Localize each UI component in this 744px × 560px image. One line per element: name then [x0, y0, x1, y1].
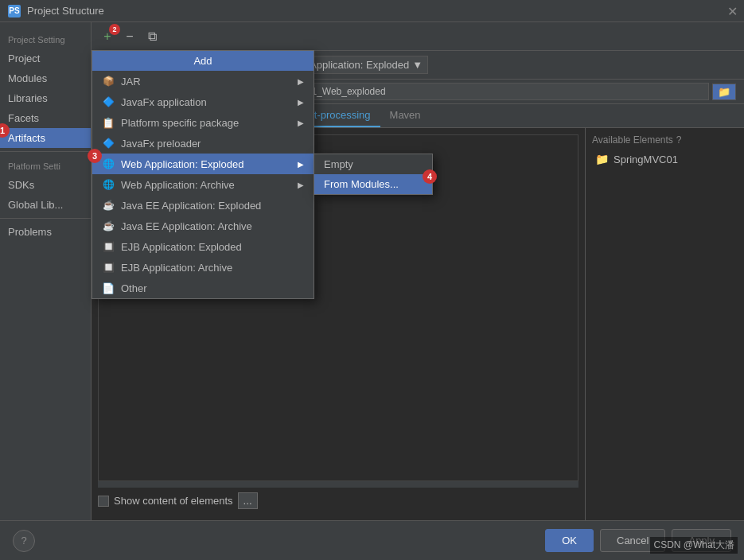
watermark: CSDN @What大潘 [650, 537, 738, 554]
menu-item-javaee-exploded-label: Java EE Application: Exploded [121, 200, 261, 212]
window-title: Project Structure [27, 5, 104, 17]
menu-item-ejb-archive-label: EJB Application: Archive [121, 262, 232, 274]
tree-item-label: SpringMVC01 [614, 154, 678, 165]
ejb-exploded-icon: 🔲 [102, 240, 115, 253]
bottom-bar: ? OK Cancel Apply [0, 520, 744, 560]
sidebar-item-sdks[interactable]: SDKs [0, 175, 91, 195]
app-icon: PS [8, 5, 21, 18]
step-badge-2: 2 [109, 24, 120, 35]
tree-item-springmvc01[interactable]: 📁 SpringMVC01 [592, 150, 738, 168]
add-menu-header: Add [92, 51, 314, 71]
folder-icon: 📁 [595, 153, 609, 165]
submenu-from-modules-label: From Modules... [324, 178, 399, 190]
arrow-icon-4: ▶ [298, 160, 304, 169]
menu-item-web-exploded[interactable]: 🌐 Web Application: Exploded ▶ 3 Empty Fr… [92, 154, 314, 174]
available-elements-header: Available Elements ? [592, 134, 738, 146]
help-icon: ? [676, 134, 682, 146]
show-content-label: Show content of elements [114, 495, 233, 507]
step-badge-3: 3 [88, 149, 102, 163]
sidebar-item-artifacts[interactable]: Artifacts 1 [0, 128, 91, 148]
submenu: Empty From Modules... 4 [314, 154, 433, 195]
submenu-empty-label: Empty [324, 158, 353, 170]
menu-item-other-label: Other [121, 282, 147, 294]
sidebar-item-problems[interactable]: Problems [0, 222, 91, 242]
scroll-area[interactable] [98, 481, 578, 488]
jar-icon: 📦 [102, 75, 115, 88]
menu-item-ejb-exploded[interactable]: 🔲 EJB Application: Exploded [92, 236, 314, 257]
arrow-icon-3: ▶ [298, 119, 304, 127]
available-elements-label: Available Elements [592, 134, 673, 146]
sidebar-item-modules[interactable]: Modules [0, 68, 91, 88]
web-exploded-icon: 🌐 [102, 158, 115, 170]
menu-item-javafx-label: JavaFx application [121, 96, 207, 108]
show-content-row: Show content of elements ... [98, 488, 578, 514]
platform-settings-header: Platform Setti [0, 155, 91, 175]
menu-item-javaee-archive-label: Java EE Application: Archive [121, 220, 252, 232]
menu-item-platform-label: Platform specific package [121, 117, 239, 129]
sidebar-item-global-libs[interactable]: Global Lib... [0, 195, 91, 215]
other-icon: 📄 [102, 282, 115, 294]
menu-item-web-exploded-label: Web Application: Exploded [121, 158, 243, 170]
sidebar-divider-2 [0, 218, 91, 219]
browse-button[interactable]: 📁 [712, 84, 736, 100]
javaee-archive-icon: ☕ [102, 220, 115, 232]
sidebar: Project Setting Project Modules Librarie… [0, 22, 92, 520]
javafx-icon: 🔷 [102, 95, 115, 108]
menu-item-web-archive[interactable]: 🌐 Web Application: Archive ▶ [92, 174, 314, 195]
arrow-icon: ▶ [298, 77, 304, 86]
add-menu: Add 📦 JAR ▶ 🔷 JavaFx application ▶ 📋 Pla… [92, 50, 314, 299]
menu-item-platform-pkg[interactable]: 📋 Platform specific package ▶ [92, 112, 314, 133]
menu-item-javaee-archive[interactable]: ☕ Java EE Application: Archive [92, 216, 314, 236]
ok-button[interactable]: OK [545, 529, 594, 552]
project-settings-header: Project Setting [0, 29, 91, 49]
javafx-preloader-icon: 🔷 [102, 137, 115, 150]
add-button[interactable]: + 2 [98, 27, 117, 46]
step-badge-4: 4 [423, 169, 437, 184]
show-content-more-button[interactable]: ... [238, 492, 258, 509]
menu-item-javafx-preloader-label: JavaFx preloader [121, 138, 201, 150]
menu-item-jar-label: JAR [121, 76, 141, 88]
title-bar: PS Project Structure ✕ [0, 0, 744, 22]
menu-item-jar[interactable]: 📦 JAR ▶ [92, 71, 314, 91]
menu-item-other[interactable]: 📄 Other [92, 278, 314, 298]
sidebar-divider [0, 151, 91, 152]
dropdown-arrow-icon: ▼ [412, 59, 423, 71]
close-button[interactable]: ✕ [727, 3, 738, 18]
remove-button[interactable]: − [120, 27, 139, 46]
javaee-exploded-icon: ☕ [102, 199, 115, 212]
platform-icon: 📋 [102, 116, 115, 129]
web-archive-icon: 🌐 [102, 178, 115, 191]
menu-item-ejb-exploded-label: EJB Application: Exploded [121, 241, 242, 253]
sidebar-item-project[interactable]: Project [0, 49, 91, 68]
tab-maven[interactable]: Maven [380, 104, 430, 127]
help-button[interactable]: ? [13, 530, 35, 552]
copy-icon: ⧉ [148, 29, 157, 44]
arrow-icon-5: ▶ [298, 181, 304, 189]
show-content-checkbox[interactable] [98, 496, 109, 507]
toolbar: + 2 − ⧉ [92, 22, 744, 51]
menu-item-javaee-exploded[interactable]: ☕ Java EE Application: Exploded [92, 195, 314, 216]
submenu-item-empty[interactable]: Empty [314, 154, 432, 174]
copy-button[interactable]: ⧉ [142, 27, 162, 46]
menu-item-web-archive-label: Web Application: Archive [121, 179, 235, 191]
ejb-archive-icon: 🔲 [102, 261, 115, 274]
submenu-item-from-modules[interactable]: From Modules... 4 [314, 174, 432, 194]
menu-item-javafx-preloader[interactable]: 🔷 JavaFx preloader [92, 133, 314, 154]
arrow-icon-2: ▶ [298, 98, 304, 107]
sidebar-item-libraries[interactable]: Libraries [0, 88, 91, 108]
right-panel: Available Elements ? 📁 SpringMVC01 [585, 128, 744, 520]
menu-item-ejb-archive[interactable]: 🔲 EJB Application: Archive [92, 257, 314, 278]
minus-icon: − [126, 29, 133, 44]
add-menu-overlay: Add 📦 JAR ▶ 🔷 JavaFx application ▶ 📋 Pla… [92, 50, 314, 299]
menu-item-javafx[interactable]: 🔷 JavaFx application ▶ [92, 91, 314, 112]
sidebar-item-facets[interactable]: Facets [0, 108, 91, 128]
